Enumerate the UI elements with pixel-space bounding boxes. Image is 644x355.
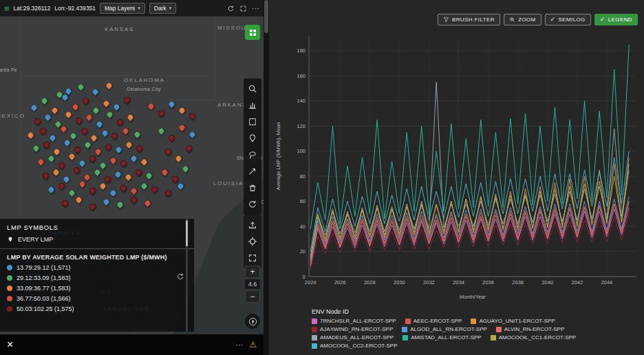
series-swatch bbox=[402, 335, 408, 341]
lmp-legend-item[interactable]: 36.77:50.03 (1,566) bbox=[7, 295, 187, 302]
chevron-down-icon: ▾ bbox=[169, 6, 172, 11]
series-legend-item[interactable]: 7RNCHSLR_ALL-ERCOT-SPP bbox=[312, 318, 396, 324]
svg-text:160: 160 bbox=[297, 73, 305, 79]
legend-dot bbox=[7, 296, 12, 301]
svg-text:140: 140 bbox=[297, 98, 305, 104]
lasso-icon[interactable] bbox=[244, 147, 261, 163]
app-root: ≡ Lat:29.326112 Lon:-92.439351 Map Layer… bbox=[0, 0, 644, 355]
series-swatch bbox=[312, 335, 317, 341]
zoom-in-button[interactable]: + bbox=[245, 266, 260, 278]
series-line bbox=[310, 202, 629, 264]
trash-icon[interactable] bbox=[244, 180, 261, 196]
series-legend-item[interactable]: ALGOD_ALL_RN-ERCOT-SPP bbox=[402, 326, 487, 332]
basemap-style-label: Dark bbox=[154, 5, 167, 12]
series-legend-item[interactable]: AEEC-ERCOT-SPP bbox=[405, 318, 462, 324]
panel-scroll-thumb[interactable] bbox=[186, 220, 188, 246]
series-name-label: AMOCOOIL_CC1-ERCOT-SPP bbox=[499, 334, 576, 341]
map-panel: ≡ Lat:29.326112 Lon:-92.439351 Map Layer… bbox=[0, 0, 264, 355]
box-select-icon[interactable] bbox=[244, 114, 261, 130]
legend-dot bbox=[7, 265, 12, 270]
marker-icon[interactable] bbox=[244, 130, 261, 147]
lmp-legend-item[interactable]: 33.09:36.77 (1,583) bbox=[7, 285, 187, 292]
coordinates-readout: Lat:29.326112 Lon:-92.439351 bbox=[14, 5, 96, 12]
panel-scrollbar[interactable] bbox=[264, 0, 269, 355]
series-name-label: AMISTAD_ALL-ERCOT-SPP bbox=[411, 334, 482, 341]
every-lmp-row[interactable]: EVERY LMP bbox=[7, 236, 187, 243]
series-line bbox=[310, 202, 629, 266]
search-icon[interactable] bbox=[244, 80, 261, 97]
series-swatch bbox=[312, 319, 317, 324]
series-legend-item[interactable]: AMADEUS_ALL-ERCOT-SPP bbox=[312, 334, 394, 341]
legend-items: 7RNCHSLR_ALL-ERCOT-SPPAEEC-ERCOT-SPPAGUA… bbox=[312, 318, 643, 349]
map-label: Santa Fe bbox=[0, 67, 17, 72]
map-bottombar: × ··· ⚠ bbox=[0, 334, 264, 355]
legend-button[interactable]: ✓LEGEND bbox=[594, 14, 638, 25]
series-name-label: AGUAYO_UNIT1-ERCOT-SPP bbox=[479, 318, 555, 324]
bottombar-right-group: ··· ⚠ bbox=[235, 340, 257, 349]
semilog-button[interactable]: ✓SEMILOG bbox=[545, 14, 591, 25]
zoom-out-button[interactable]: − bbox=[245, 290, 260, 303]
expand-icon[interactable] bbox=[244, 250, 261, 266]
series-swatch bbox=[471, 319, 476, 324]
map-canvas[interactable]: KANSASMISSOURIOKLAHOMAOklahoma CityARKAN… bbox=[0, 17, 264, 334]
legend-range-label: 13.79:29.12 (1,571) bbox=[17, 264, 71, 271]
legend-dot bbox=[7, 286, 12, 291]
menu-icon[interactable]: ≡ bbox=[4, 4, 10, 13]
series-legend-item[interactable]: AMISTAD_ALL-ERCOT-SPP bbox=[402, 334, 482, 341]
chart-toggle-button[interactable] bbox=[245, 25, 260, 40]
map-toolbar-primary bbox=[244, 78, 261, 215]
legend-dot bbox=[7, 306, 12, 312]
refresh-icon[interactable] bbox=[176, 272, 184, 281]
svg-text:2036: 2036 bbox=[482, 279, 494, 286]
lmp-line-chart[interactable]: 2024202620282030203220342036203820402042… bbox=[269, 29, 644, 306]
map-label: KANSAS bbox=[105, 26, 134, 32]
zoom-in-icon bbox=[509, 17, 515, 23]
grid-icon bbox=[248, 28, 257, 37]
lmp-legend-item[interactable]: 29.12:33.09 (1,583) bbox=[7, 275, 187, 281]
series-legend-item[interactable]: ALVIN_RN-ERCOT-SPP bbox=[496, 326, 564, 332]
fullscreen-icon[interactable] bbox=[239, 5, 247, 12]
close-icon[interactable]: × bbox=[7, 339, 13, 350]
svg-text:0: 0 bbox=[303, 274, 305, 280]
divider bbox=[0, 248, 194, 249]
more-options-icon[interactable]: ··· bbox=[235, 341, 243, 349]
series-legend-item[interactable]: AMOCOOIL_CC2-ERCOT-SPP bbox=[312, 343, 397, 349]
legend-range-label: 36.77:50.03 (1,566) bbox=[17, 295, 71, 302]
chevron-down-icon: ▾ bbox=[138, 6, 140, 11]
check-icon: ✓ bbox=[600, 17, 605, 23]
series-legend-item[interactable]: AMOCOOIL_CC1-ERCOT-SPP bbox=[491, 334, 576, 341]
series-name-label: AMADEUS_ALL-ERCOT-SPP bbox=[320, 334, 394, 341]
series-name-label: ALVIN_RN-ERCOT-SPP bbox=[504, 326, 564, 332]
lmp-symbols-title: LMP SYMBOLS bbox=[7, 224, 187, 231]
button-label: BRUSH FILTER bbox=[452, 17, 495, 23]
lmp-legend-item[interactable]: 13.79:29.12 (1,571) bbox=[7, 264, 187, 271]
panel-scrollbar-thumb[interactable] bbox=[264, 0, 268, 33]
series-legend-item[interactable]: AGUAYO_UNIT1-ERCOT-SPP bbox=[471, 318, 555, 324]
svg-text:2040: 2040 bbox=[541, 279, 553, 286]
series-name-label: ALGOD_ALL_RN-ERCOT-SPP bbox=[410, 326, 487, 332]
sync-icon[interactable] bbox=[244, 196, 261, 213]
series-name-label: AMOCOOIL_CC2-ERCOT-SPP bbox=[320, 343, 397, 349]
more-icon[interactable]: ··· bbox=[252, 5, 259, 12]
compass-button[interactable] bbox=[245, 314, 260, 329]
series-name-label: 7RNCHSLR_ALL-ERCOT-SPP bbox=[320, 318, 396, 324]
svg-text:120: 120 bbox=[297, 123, 305, 129]
upload-icon[interactable] bbox=[244, 217, 261, 233]
lmp-legend-item[interactable]: 50.03:102.25 (1,575) bbox=[7, 305, 187, 312]
basemap-style-dropdown[interactable]: Dark ▾ bbox=[149, 3, 176, 14]
route-arrow-icon[interactable] bbox=[244, 163, 261, 180]
chart-icon[interactable] bbox=[244, 97, 261, 114]
target-icon[interactable] bbox=[244, 233, 261, 250]
brush-filter-button[interactable]: BRUSH FILTER bbox=[438, 14, 500, 25]
series-legend-item[interactable]: AJAXWIND_RN-ERCOT-SPP bbox=[312, 326, 393, 332]
button-label: ZOOM bbox=[518, 17, 536, 23]
zoom-button[interactable]: ZOOM bbox=[504, 14, 541, 25]
map-topbar: ≡ Lat:29.326112 Lon:-92.439351 Map Layer… bbox=[0, 0, 264, 17]
svg-text:2034: 2034 bbox=[453, 279, 464, 286]
map-layers-dropdown[interactable]: Map Layers ▾ bbox=[100, 3, 145, 14]
refresh-icon[interactable] bbox=[227, 5, 235, 12]
svg-text:2026: 2026 bbox=[334, 279, 346, 286]
series-swatch bbox=[405, 319, 411, 324]
series-swatch bbox=[402, 327, 407, 332]
warning-icon[interactable]: ⚠ bbox=[249, 340, 257, 349]
